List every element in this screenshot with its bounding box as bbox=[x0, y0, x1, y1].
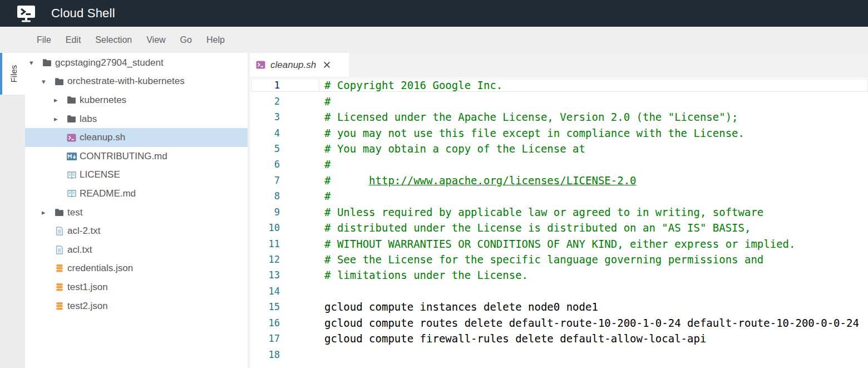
tree-item-gcpstaging27904-student[interactable]: ▾gcpstaging27904_student bbox=[25, 53, 248, 72]
tree-item-test2-json[interactable]: test2.json bbox=[25, 297, 248, 316]
chevron-right-icon[interactable]: ▸ bbox=[42, 209, 54, 216]
tree-item-acl-2-txt[interactable]: acl-2.txt bbox=[25, 222, 248, 241]
tree-item-credentials-json[interactable]: credentials.json bbox=[25, 259, 248, 278]
comment-text: # WITHOUT WARRANTIES OR CONDITIONS OF AN… bbox=[324, 238, 795, 250]
code-line-text: # bbox=[319, 95, 331, 107]
tree-item-label: kubernetes bbox=[80, 95, 126, 106]
chevron-down-icon[interactable]: ▾ bbox=[29, 59, 42, 66]
json-icon bbox=[54, 282, 65, 292]
line-number: 8 bbox=[250, 190, 319, 202]
tree-item-kubernetes[interactable]: ▸kubernetes bbox=[25, 91, 248, 110]
tree-item-test[interactable]: ▸test bbox=[25, 203, 248, 222]
code-line-6: 6# bbox=[250, 156, 868, 172]
code-line-4: 4# you may not use this file except in c… bbox=[250, 125, 868, 140]
line-number: 3 bbox=[250, 111, 319, 122]
comment-text: # Copyright 2016 Google Inc. bbox=[324, 79, 502, 91]
cloud-shell-icon bbox=[16, 4, 37, 23]
tree-item-readme-md[interactable]: README.md bbox=[25, 184, 248, 203]
menu-bar: FileEditSelectionViewGoHelp bbox=[0, 27, 868, 53]
code-line-10: 10# distributed under the License is dis… bbox=[250, 220, 868, 235]
json-icon bbox=[54, 264, 65, 273]
code-line-text: # bbox=[319, 158, 331, 170]
code-line-text: # Licensed under the Apache License, Ver… bbox=[319, 111, 738, 123]
shell-icon bbox=[255, 60, 266, 70]
chevron-down-icon[interactable]: ▾ bbox=[42, 78, 54, 85]
tree-item-cleanup-sh[interactable]: cleanup.sh bbox=[25, 128, 248, 147]
files-panel-tab[interactable]: Files bbox=[0, 53, 25, 95]
app-header: Cloud Shell bbox=[0, 0, 868, 27]
editor-tab-label: cleanup.sh bbox=[270, 60, 316, 71]
code-editor[interactable]: 1# Copyright 2016 Google Inc.2#3# Licens… bbox=[250, 77, 868, 368]
file-tree: ▾gcpstaging27904_student▾orchestrate-wit… bbox=[25, 53, 250, 368]
editor-tab-bar: cleanup.sh bbox=[250, 53, 868, 77]
folder-icon bbox=[54, 77, 65, 86]
book-icon bbox=[66, 189, 77, 198]
files-panel-label: Files bbox=[9, 65, 18, 83]
line-number: 17 bbox=[250, 333, 319, 344]
tree-item-test1-json[interactable]: test1.json bbox=[25, 278, 248, 297]
folder-icon bbox=[66, 95, 77, 105]
menu-help[interactable]: Help bbox=[206, 35, 225, 45]
code-line-12: 12# See the License for the specific lan… bbox=[250, 252, 868, 267]
line-number: 4 bbox=[250, 127, 319, 139]
chevron-right-icon[interactable]: ▸ bbox=[54, 96, 66, 104]
comment-text: # bbox=[324, 190, 331, 202]
line-number: 14 bbox=[250, 286, 319, 297]
tree-item-label: gcpstaging27904_student bbox=[55, 57, 164, 68]
code-line-text: # You may obtain a copy of the License a… bbox=[319, 143, 585, 155]
comment-text: # See the License for the specific langu… bbox=[324, 253, 763, 266]
shell-icon bbox=[66, 133, 77, 143]
tree-item-acl-txt[interactable]: acl.txt bbox=[25, 241, 248, 259]
comment-text: # distributed under the License is distr… bbox=[324, 222, 751, 234]
folder-icon bbox=[54, 208, 65, 217]
main-area: Files ▾gcpstaging27904_student▾orchestra… bbox=[0, 53, 868, 368]
tree-item-contributing-md[interactable]: CONTRIBUTING.md bbox=[25, 147, 248, 166]
menu-selection[interactable]: Selection bbox=[95, 35, 132, 45]
tree-item-orchestrate-with-kubernetes[interactable]: ▾orchestrate-with-kubernetes bbox=[25, 72, 248, 91]
side-activity-bar: Files bbox=[0, 53, 25, 368]
tree-item-label: orchestrate-with-kubernetes bbox=[67, 76, 185, 87]
chevron-right-icon[interactable]: ▸ bbox=[54, 115, 66, 122]
tree-item-label: acl.txt bbox=[67, 244, 92, 256]
close-icon[interactable] bbox=[323, 61, 331, 68]
line-number: 6 bbox=[250, 159, 319, 170]
line-number: 2 bbox=[250, 96, 319, 107]
license-url-link[interactable]: http://www.apache.org/licenses/LICENSE-2… bbox=[369, 174, 636, 187]
code-line-text: # you may not use this file except in co… bbox=[319, 127, 744, 139]
comment-text: # you may not use this file except in co… bbox=[324, 127, 744, 139]
code-line-8: 8# bbox=[250, 188, 868, 204]
code-line-18: 18 bbox=[250, 346, 868, 362]
tree-item-label: README.md bbox=[80, 188, 136, 199]
tree-item-label: labs bbox=[80, 114, 97, 125]
code-line-text: gcloud compute firewall-rules delete def… bbox=[319, 332, 706, 345]
code-line-text: # distributed under the License is distr… bbox=[319, 222, 751, 234]
line-number: 13 bbox=[250, 269, 319, 281]
code-line-text: # bbox=[319, 190, 331, 202]
comment-text: # bbox=[324, 174, 369, 187]
comment-text: # bbox=[324, 158, 331, 170]
code-line-text: # limitations under the License. bbox=[319, 269, 528, 281]
comment-text: # You may obtain a copy of the License a… bbox=[324, 143, 585, 155]
code-line-text: # WITHOUT WARRANTIES OR CONDITIONS OF AN… bbox=[319, 238, 795, 250]
app-title: Cloud Shell bbox=[51, 6, 115, 21]
line-number: 10 bbox=[250, 222, 319, 233]
code-line-17: 17gcloud compute firewall-rules delete d… bbox=[250, 331, 868, 346]
comment-text: # limitations under the License. bbox=[324, 269, 528, 281]
tree-item-labs[interactable]: ▸labs bbox=[25, 110, 248, 129]
menu-go[interactable]: Go bbox=[180, 35, 192, 45]
activity-bar-filler bbox=[0, 95, 25, 368]
menu-edit[interactable]: Edit bbox=[66, 35, 81, 45]
tree-item-label: test1.json bbox=[67, 282, 108, 293]
line-number: 11 bbox=[250, 238, 319, 249]
comment-text: # Licensed under the Apache License, Ver… bbox=[324, 111, 738, 123]
editor-tab-cleanup-sh[interactable]: cleanup.sh bbox=[250, 53, 349, 77]
tree-item-label: cleanup.sh bbox=[80, 132, 125, 143]
code-line-13: 13# limitations under the License. bbox=[250, 267, 868, 283]
tree-item-label: LICENSE bbox=[80, 169, 120, 180]
menu-view[interactable]: View bbox=[146, 35, 165, 45]
tree-item-label: credentials.json bbox=[67, 263, 133, 274]
code-line-11: 11# WITHOUT WARRANTIES OR CONDITIONS OF … bbox=[250, 235, 868, 251]
menu-file[interactable]: File bbox=[37, 35, 51, 45]
comment-text: # bbox=[324, 95, 331, 107]
tree-item-license[interactable]: LICENSE bbox=[25, 166, 248, 185]
